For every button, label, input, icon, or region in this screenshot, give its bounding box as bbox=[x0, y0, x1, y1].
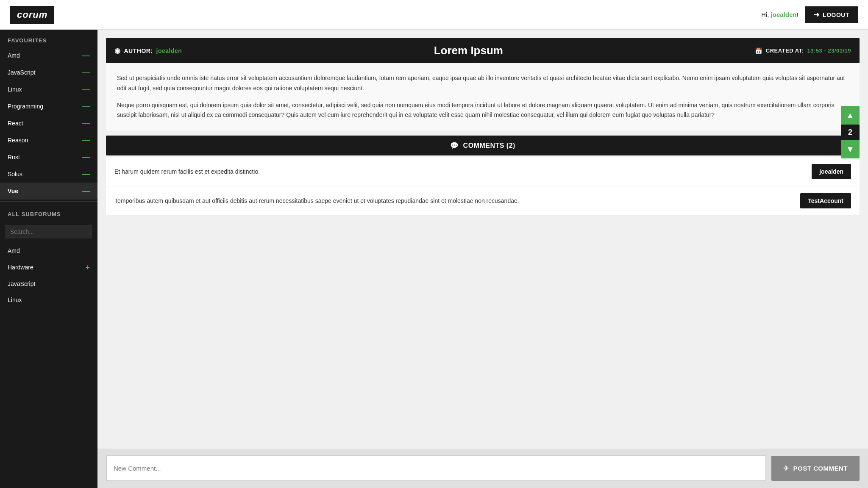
minus-icon: — bbox=[82, 86, 90, 93]
minus-icon: — bbox=[82, 136, 90, 144]
header: corum Hi, joealden! LOGOUT bbox=[0, 0, 868, 30]
post-author-name: joealden bbox=[156, 47, 182, 54]
upvote-icon: ▲ bbox=[846, 111, 854, 120]
post-card: AUTHOR: joealden Lorem Ipsum CREATED AT:… bbox=[106, 38, 860, 130]
comments-header: COMMENTS (2) bbox=[106, 136, 860, 155]
sidebar-item-vue-fav[interactable]: Vue — bbox=[0, 183, 97, 200]
minus-icon: — bbox=[82, 103, 90, 110]
sidebar-search-container bbox=[0, 221, 97, 243]
sidebar-item-label: JavaScript bbox=[8, 280, 35, 287]
downvote-icon: ▼ bbox=[846, 144, 854, 154]
post-body: Sed ut perspiciatis unde omnis iste natu… bbox=[106, 63, 860, 130]
vote-count: 2 bbox=[841, 125, 860, 140]
author-section: AUTHOR: joealden bbox=[114, 47, 182, 55]
sidebar-item-label: Reason bbox=[8, 137, 28, 144]
logo: corum bbox=[10, 6, 54, 24]
minus-icon: — bbox=[82, 52, 90, 59]
sidebar-item-label: Linux bbox=[8, 86, 22, 93]
greeting-text: Hi, joealden! bbox=[761, 11, 798, 18]
header-username: joealden bbox=[771, 11, 797, 18]
post-comment-button[interactable]: POST COMMENT bbox=[771, 456, 860, 481]
vote-widget: ▲ 2 ▼ bbox=[841, 106, 860, 158]
comments-icon bbox=[450, 141, 459, 150]
sidebar-item-programming-fav[interactable]: Programming — bbox=[0, 98, 97, 115]
sidebar-item-label: Vue bbox=[8, 188, 18, 194]
comment-author-button-1[interactable]: TestAccount bbox=[800, 193, 851, 208]
sidebar-divider bbox=[0, 201, 97, 202]
new-comment-input[interactable] bbox=[106, 455, 766, 481]
post-comment-label: POST COMMENT bbox=[793, 465, 848, 472]
comments-header-label: COMMENTS (2) bbox=[463, 142, 515, 150]
minus-icon: — bbox=[82, 187, 90, 195]
all-subforums-title: ALL SUBFORUMS bbox=[0, 203, 97, 221]
sidebar-item-label: Linux bbox=[8, 297, 22, 303]
sidebar-item-label: Hardware bbox=[8, 264, 33, 271]
comment-row: Et harum quidem rerum facilis est et exp… bbox=[106, 157, 860, 186]
sidebar-item-label: JavaScript bbox=[8, 69, 35, 76]
calendar-icon bbox=[755, 47, 762, 54]
send-icon bbox=[783, 464, 789, 472]
logout-icon bbox=[814, 11, 820, 19]
sidebar-item-label: Amd bbox=[8, 247, 20, 254]
post-title: Lorem Ipsum bbox=[182, 44, 755, 57]
sidebar-item-label: Rust bbox=[8, 154, 20, 161]
sidebar-item-label: Amd bbox=[8, 52, 20, 59]
minus-icon: — bbox=[82, 119, 90, 127]
sidebar-item-amd-fav[interactable]: Amd — bbox=[0, 47, 97, 64]
logout-button[interactable]: LOGOUT bbox=[805, 6, 858, 23]
upvote-button[interactable]: ▲ bbox=[841, 106, 860, 125]
comments-section: COMMENTS (2) Et harum quidem rerum facil… bbox=[106, 136, 860, 216]
sidebar-item-reason-fav[interactable]: Reason — bbox=[0, 132, 97, 149]
sidebar: FAVOURITES Amd — JavaScript — Linux — Pr… bbox=[0, 30, 97, 488]
date-section: CREATED AT: 13:53 - 23/01/19 bbox=[755, 47, 851, 54]
sidebar-item-solus-fav[interactable]: Solus — bbox=[0, 166, 97, 183]
comment-row: Temporibus autem quibusdam et aut offici… bbox=[106, 186, 860, 216]
sidebar-search-input[interactable] bbox=[5, 225, 92, 238]
sidebar-item-amd-all[interactable]: Amd bbox=[0, 243, 97, 259]
sidebar-item-react-fav[interactable]: React — bbox=[0, 115, 97, 132]
created-value: 13:53 - 23/01/19 bbox=[807, 47, 851, 54]
user-icon bbox=[114, 47, 121, 55]
main-layout: FAVOURITES Amd — JavaScript — Linux — Pr… bbox=[0, 30, 868, 488]
post-header: AUTHOR: joealden Lorem Ipsum CREATED AT:… bbox=[106, 38, 860, 63]
sidebar-item-hardware-all[interactable]: Hardware + bbox=[0, 259, 97, 276]
comment-text: Temporibus autem quibusdam et aut offici… bbox=[114, 197, 519, 204]
content-area: AUTHOR: joealden Lorem Ipsum CREATED AT:… bbox=[97, 30, 868, 488]
comment-text: Et harum quidem rerum facilis est et exp… bbox=[114, 168, 260, 175]
post-paragraph-2: Neque porro quisquam est, qui dolorem ip… bbox=[117, 100, 849, 121]
sidebar-item-label: Solus bbox=[8, 171, 22, 177]
sidebar-item-label: React bbox=[8, 120, 23, 127]
downvote-button[interactable]: ▼ bbox=[841, 140, 860, 158]
sidebar-item-javascript-all[interactable]: JavaScript bbox=[0, 276, 97, 292]
favourites-title: FAVOURITES bbox=[0, 30, 97, 47]
sidebar-item-label: Programming bbox=[8, 103, 43, 110]
comment-author-button-0[interactable]: joealden bbox=[812, 164, 851, 179]
author-label: AUTHOR: bbox=[124, 47, 153, 54]
minus-icon: — bbox=[82, 170, 90, 178]
sidebar-item-javascript-fav[interactable]: JavaScript — bbox=[0, 64, 97, 81]
minus-icon: — bbox=[82, 69, 90, 76]
sidebar-item-linux-fav[interactable]: Linux — bbox=[0, 81, 97, 98]
plus-icon: + bbox=[85, 263, 90, 271]
sidebar-item-linux-all[interactable]: Linux bbox=[0, 292, 97, 308]
comment-input-bar: POST COMMENT bbox=[97, 449, 868, 488]
minus-icon: — bbox=[82, 153, 90, 161]
created-label: CREATED AT: bbox=[766, 47, 804, 54]
header-right: Hi, joealden! LOGOUT bbox=[761, 6, 858, 23]
sidebar-item-rust-fav[interactable]: Rust — bbox=[0, 149, 97, 166]
post-paragraph-1: Sed ut perspiciatis unde omnis iste natu… bbox=[117, 73, 849, 94]
